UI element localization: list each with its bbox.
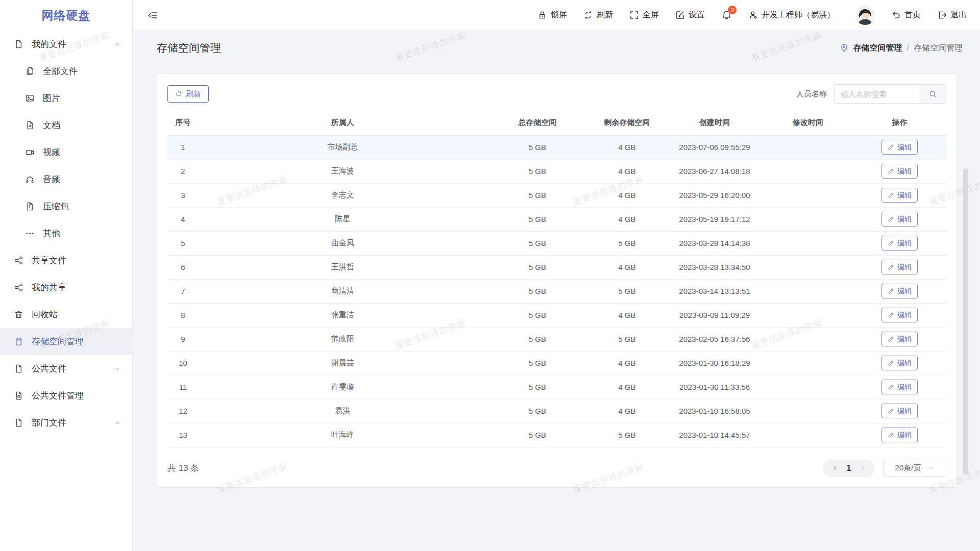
prev-page-button[interactable]	[828, 465, 841, 471]
sidebar-item-my-files[interactable]: 我的文件	[0, 31, 132, 58]
sidebar-item-public-files[interactable]: 公共文件	[0, 355, 132, 382]
column-header-created: 创建时间	[666, 111, 764, 135]
edit-button[interactable]: 编辑	[881, 164, 918, 179]
cell-free: 4 GB	[588, 375, 666, 399]
table-row[interactable]: 5 曲金凤 5 GB 5 GB 2023-03-28 14:14:38	[167, 231, 946, 255]
logout-button[interactable]: 退出	[937, 10, 967, 20]
table-row[interactable]: 8 张重洁 5 GB 4 GB 2023-03-09 11:09:29	[167, 303, 946, 327]
sidebar-item-all-files[interactable]: 全部文件	[0, 58, 132, 85]
sidebar-item-videos[interactable]: 视频	[0, 139, 132, 166]
cell-free: 5 GB	[588, 231, 666, 255]
sidebar-item-archives[interactable]: 压缩包	[0, 193, 132, 220]
sidebar-nav: 我的文件 全部文件 图片 文档	[0, 31, 132, 436]
cell-no: 2	[167, 159, 199, 183]
pager-pill: 1	[823, 460, 875, 477]
cell-owner: 市场副总	[199, 135, 487, 159]
sidebar-item-recycle-bin[interactable]: 回收站	[0, 301, 132, 328]
avatar[interactable]	[855, 6, 875, 25]
column-header-modified: 修改时间	[763, 111, 852, 135]
cell-free: 4 GB	[588, 207, 666, 231]
file-manage-icon	[13, 391, 23, 401]
cell-modified	[763, 183, 852, 207]
edit-button[interactable]: 编辑	[881, 308, 918, 322]
pencil-icon	[888, 144, 894, 151]
edit-button-label: 编辑	[897, 383, 912, 392]
notifications-button[interactable]: 3	[721, 10, 732, 20]
edit-button[interactable]: 编辑	[881, 260, 918, 274]
search-button[interactable]	[919, 84, 946, 104]
page-size-select[interactable]: 20条/页	[883, 460, 946, 477]
settings-button[interactable]: 设置	[675, 10, 705, 20]
home-label: 首页	[904, 10, 921, 20]
current-page[interactable]: 1	[841, 464, 856, 473]
cell-created: 2023-05-19 19:17:12	[666, 207, 764, 231]
cell-owner: 叶海峰	[199, 423, 487, 447]
edit-button[interactable]: 编辑	[881, 332, 918, 346]
lock-screen-button[interactable]: 锁屏	[537, 10, 567, 20]
collapse-sidebar-icon[interactable]	[147, 10, 158, 21]
edit-button[interactable]: 编辑	[881, 428, 918, 442]
table-refresh-button[interactable]: 刷新	[167, 85, 209, 103]
sidebar-item-public-files-management[interactable]: 公共文件管理	[0, 382, 132, 409]
scrollbar-thumb[interactable]	[963, 168, 968, 474]
table-row[interactable]: 3 李志文 5 GB 4 GB 2023-05-29 16:20:00	[167, 183, 946, 207]
edit-button[interactable]: 编辑	[881, 236, 918, 251]
cell-total: 5 GB	[487, 231, 588, 255]
cell-actions: 编辑	[853, 255, 946, 279]
cell-free: 5 GB	[588, 279, 666, 303]
sidebar-item-others[interactable]: 其他	[0, 220, 132, 247]
edit-button[interactable]: 编辑	[881, 188, 918, 203]
sidebar-item-documents[interactable]: 文档	[0, 112, 132, 139]
breadcrumb-item[interactable]: 存储空间管理	[853, 43, 902, 54]
sidebar-item-label: 回收站	[32, 309, 58, 320]
share-icon	[13, 283, 23, 293]
table-row[interactable]: 2 王海波 5 GB 4 GB 2023-06-27 14:08:18	[167, 159, 946, 183]
fullscreen-button[interactable]: 全屏	[629, 10, 659, 20]
refresh-button[interactable]: 刷新	[583, 10, 613, 20]
pencil-icon	[888, 360, 894, 366]
home-button[interactable]: 首页	[891, 10, 921, 20]
topbar-actions: 锁屏 刷新 全屏 设置	[521, 6, 967, 25]
table-row[interactable]: 6 王洪哲 5 GB 4 GB 2023-03-28 13:34:50	[167, 255, 946, 279]
table-row[interactable]: 9 范政阳 5 GB 5 GB 2023-02-05 16:37:56	[167, 327, 946, 351]
cell-actions: 编辑	[853, 351, 946, 375]
sidebar-item-audio[interactable]: 音频	[0, 166, 132, 193]
table-row[interactable]: 4 陈星 5 GB 4 GB 2023-05-19 19:17:12	[167, 207, 946, 231]
sidebar-item-storage-management[interactable]: 存储空间管理	[0, 328, 132, 355]
table-row[interactable]: 12 易洪 5 GB 4 GB 2023-01-10 16:58:05	[167, 399, 946, 423]
edit-button[interactable]: 编辑	[881, 356, 918, 370]
edit-button[interactable]: 编辑	[881, 212, 918, 227]
column-header-owner: 所属人	[199, 111, 487, 135]
refresh-icon	[583, 10, 593, 20]
sidebar-item-my-shares[interactable]: 我的共享	[0, 274, 132, 301]
breadcrumb-item-current: 存储空间管理	[914, 43, 963, 54]
table-row[interactable]: 7 商清清 5 GB 5 GB 2023-03-14 13:13:51	[167, 279, 946, 303]
edit-button[interactable]: 编辑	[881, 284, 918, 298]
sidebar-item-shared-files[interactable]: 共享文件	[0, 247, 132, 274]
edit-button[interactable]: 编辑	[881, 380, 918, 394]
cell-modified	[763, 255, 852, 279]
table-header: 序号 所属人 总存储空间 剩余存储空间 创建时间 修改时间 操作	[167, 111, 946, 135]
next-page-button[interactable]	[856, 465, 870, 471]
sidebar-item-label: 音频	[43, 173, 60, 185]
table-refresh-label: 刷新	[186, 89, 201, 99]
user-menu[interactable]: 开发工程师（易洪）	[748, 10, 835, 20]
search-input[interactable]	[834, 84, 919, 104]
table-row[interactable]: 13 叶海峰 5 GB 5 GB 2023-01-10 14:45:57	[167, 423, 946, 447]
sidebar-item-department-files[interactable]: 部门文件	[0, 409, 132, 436]
zip-icon	[24, 202, 35, 212]
cell-free: 4 GB	[588, 351, 666, 375]
search-label: 人员名称	[796, 89, 827, 99]
pencil-icon	[888, 288, 894, 294]
cell-total: 5 GB	[487, 183, 588, 207]
lock-screen-label: 锁屏	[551, 10, 567, 20]
edit-button[interactable]: 编辑	[881, 404, 918, 418]
sidebar-item-images[interactable]: 图片	[0, 85, 132, 112]
table-row[interactable]: 1 市场副总 5 GB 4 GB 2023-07-06 09:55:29	[167, 135, 946, 159]
cell-owner: 商清清	[199, 279, 487, 303]
table-row[interactable]: 11 许雯璇 5 GB 4 GB 2023-01-30 11:33:56	[167, 375, 946, 399]
cell-modified	[763, 231, 852, 255]
edit-button[interactable]: 编辑	[881, 140, 918, 155]
pencil-icon	[888, 192, 894, 198]
table-row[interactable]: 10 谢晨芸 5 GB 4 GB 2023-01-30 16:18:29	[167, 351, 946, 375]
